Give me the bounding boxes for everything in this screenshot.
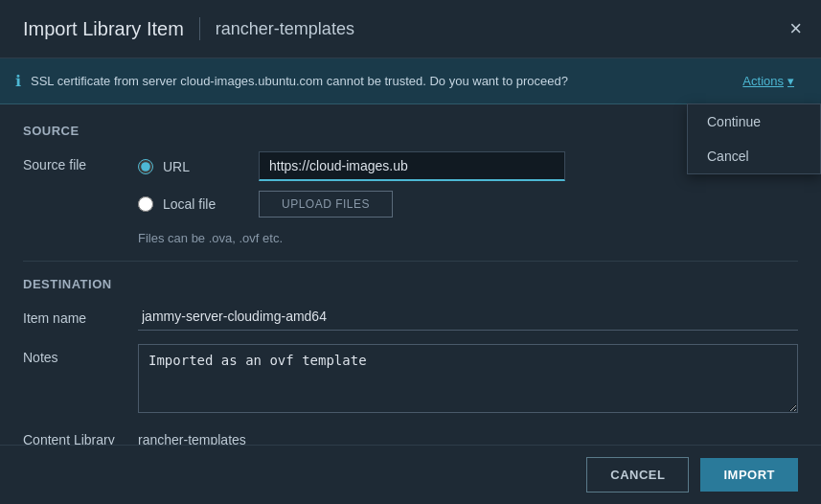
notes-row: Notes Imported as an ovf template <box>23 344 798 413</box>
item-name-controls <box>138 305 798 331</box>
alert-content: ℹ SSL certificate from server cloud-imag… <box>15 72 731 90</box>
continue-option[interactable]: Continue <box>688 104 820 139</box>
alert-bar: ℹ SSL certificate from server cloud-imag… <box>0 58 821 104</box>
content-library-value: rancher-templates <box>138 426 246 445</box>
item-name-input[interactable] <box>138 305 798 331</box>
local-file-label: Local file <box>163 196 249 212</box>
header-divider <box>199 17 200 40</box>
dialog-header: Import Library Item rancher-templates × <box>0 0 821 58</box>
alert-message: SSL certificate from server cloud-images… <box>31 74 568 88</box>
notes-controls: Imported as an ovf template <box>138 344 798 413</box>
content-library-row: Content Library rancher-templates <box>23 426 798 445</box>
url-radio[interactable] <box>138 159 153 174</box>
url-input[interactable] <box>259 151 565 181</box>
info-icon: ℹ <box>15 72 21 90</box>
notes-textarea[interactable]: Imported as an ovf template <box>138 344 798 413</box>
dialog-subtitle: rancher-templates <box>216 19 354 39</box>
local-file-radio[interactable] <box>138 196 153 212</box>
actions-label: Actions <box>742 74 784 88</box>
file-hint: Files can be .ova, .ovf etc. <box>138 231 798 245</box>
url-radio-label: URL <box>163 159 249 174</box>
section-divider <box>23 261 798 262</box>
dialog-footer: CANCEL IMPORT <box>0 445 821 504</box>
source-file-row: Source file URL Local file UPLOAD FILES … <box>23 151 798 245</box>
item-name-label: Item name <box>23 305 138 326</box>
destination-section-label: Destination <box>23 277 798 291</box>
notes-label: Notes <box>23 344 138 365</box>
cancel-option[interactable]: Cancel <box>688 139 820 173</box>
close-button[interactable]: × <box>789 18 802 39</box>
content-library-label: Content Library <box>23 426 138 445</box>
import-button[interactable]: IMPORT <box>700 458 798 492</box>
upload-files-button[interactable]: UPLOAD FILES <box>259 191 393 218</box>
local-file-radio-row: Local file UPLOAD FILES <box>138 191 798 218</box>
actions-dropdown: Continue Cancel <box>687 103 821 174</box>
import-dialog: Import Library Item rancher-templates × … <box>0 0 821 504</box>
source-section-label: Source <box>23 124 798 138</box>
item-name-row: Item name <box>23 305 798 331</box>
source-file-label: Source file <box>23 151 138 172</box>
chevron-down-icon: ▾ <box>787 74 794 88</box>
actions-button[interactable]: Actions ▾ <box>731 70 806 92</box>
dialog-title: Import Library Item <box>23 18 184 40</box>
cancel-button[interactable]: CANCEL <box>586 457 689 493</box>
